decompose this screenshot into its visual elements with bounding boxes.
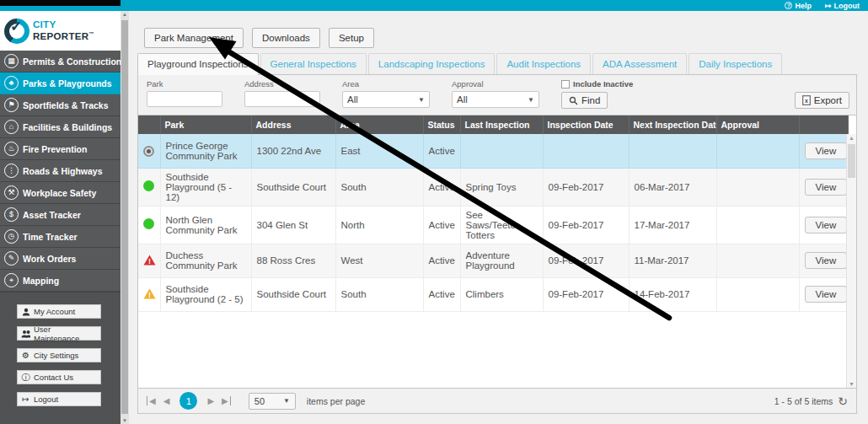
park-filter-input[interactable] (147, 91, 222, 107)
last-inspection-cell: See Saws/Teeter Totters (460, 206, 543, 244)
page-size-dropdown[interactable]: 50 ▼ (249, 393, 296, 410)
table-row[interactable]: North Glen Community Park304 Glen StNort… (138, 206, 848, 244)
refresh-icon[interactable]: ↻ (838, 395, 848, 407)
park-cell: Southside Playground (2 - 5) (160, 277, 251, 311)
column-header-area[interactable]: Area (335, 115, 423, 134)
logout-icon: ↦ (21, 394, 30, 404)
badge-icon: ⚒ (4, 185, 19, 200)
view-button[interactable]: View (805, 252, 848, 269)
grid-scrollbar-thumb[interactable] (848, 144, 855, 178)
column-header-inspection-date[interactable]: Inspection Date (543, 115, 629, 134)
tab-landscaping-inspections[interactable]: Landscaping Inspections (368, 53, 496, 74)
column-header-approval[interactable]: Approval (716, 115, 799, 134)
sidebar-button-city-settings[interactable]: ⚙City Settings (17, 348, 101, 362)
view-button[interactable]: View (805, 142, 848, 159)
work-order-icon: ✎ (4, 251, 19, 266)
logo-reporter: REPORTER (33, 31, 88, 41)
tab-general-inspections[interactable]: General Inspections (260, 53, 367, 74)
green-status-icon (143, 218, 154, 229)
sidebar-button-label: City Settings (34, 351, 78, 360)
page-number-button[interactable]: 1 (179, 392, 197, 410)
column-header-status[interactable]: Status (423, 115, 460, 134)
sidebar-item-facilities-buildings[interactable]: ⌂Facilities & Buildings (0, 116, 121, 138)
sidebar-item-time-tracker[interactable]: ◷Time Tracker (0, 226, 121, 248)
column-header-address[interactable]: Address (251, 115, 335, 134)
tab-audit-inspections[interactable]: Audit Inspections (496, 53, 591, 74)
include-inactive-checkbox[interactable] (561, 80, 570, 89)
last-inspection-cell: Climbers (460, 277, 543, 311)
help-icon: ? (785, 2, 792, 9)
info-icon: ⓘ (21, 372, 30, 384)
inspection-date-cell: 09-Feb-2017 (543, 244, 629, 277)
sidebar-item-permits-construction[interactable]: ▦Permits & Construction (0, 51, 121, 72)
grid-scrollbar[interactable]: ▲ ▼ (846, 134, 856, 388)
sidebar-button-user-maintenance[interactable]: User Maintenance (17, 326, 101, 341)
scroll-down-icon[interactable]: ▼ (121, 418, 129, 423)
sidebar-button-my-account[interactable]: My Account (17, 304, 101, 319)
sidebar-item-mapping[interactable]: ⌖Mapping (0, 270, 121, 292)
last-inspection-cell (460, 134, 543, 168)
sidebar-scrollbar-thumb[interactable] (121, 20, 128, 414)
clock-icon: ◷ (4, 229, 19, 244)
module-toolbar: Park ManagementDownloadsSetup (129, 11, 868, 48)
tab-ada-assessment[interactable]: ADA Assessment (592, 53, 687, 74)
previous-page-icon[interactable]: ◀ (162, 396, 172, 405)
sidebar-button-label: Logout (34, 394, 58, 404)
search-icon (569, 96, 578, 105)
export-button[interactable]: x Export (795, 92, 849, 109)
scroll-up-icon[interactable]: ▲ (121, 12, 129, 17)
sidebar-item-fire-prevention[interactable]: ♨Fire Prevention (0, 138, 121, 160)
view-button[interactable]: View (805, 179, 848, 196)
column-header-last-inspection[interactable]: Last Inspection (460, 115, 543, 134)
address-filter-input[interactable] (244, 91, 320, 107)
sidebar-scrollbar[interactable]: ▲ ▼ (121, 11, 129, 424)
sidebar-button-logout[interactable]: ↦Logout (17, 392, 101, 406)
next-page-icon[interactable]: ▶ (206, 396, 216, 405)
view-button[interactable]: View (805, 217, 848, 233)
address-cell: 88 Ross Cres (251, 244, 335, 277)
tab-playground-inspections[interactable]: Playground Inspections (137, 53, 259, 75)
column-header-park[interactable]: Park (160, 115, 251, 134)
view-button[interactable]: View (805, 286, 848, 303)
table-row[interactable]: !Duchess Community Park88 Ross CresWestA… (138, 244, 848, 277)
toolbar-button-park-management[interactable]: Park Management (144, 28, 244, 48)
logout-link[interactable]: ↦ Logout (825, 2, 860, 10)
tab-daily-inspections[interactable]: Daily Inspections (689, 53, 782, 74)
sidebar-footer-buttons: My AccountUser Maintenance⚙City Settings… (0, 304, 121, 406)
next-inspection-date-cell: 06-Mar-2017 (629, 168, 716, 206)
toolbar-button-downloads[interactable]: Downloads (252, 28, 320, 48)
sidebar-item-roads-highways[interactable]: ⋮Roads & Highways (0, 160, 121, 182)
sidebar-item-sportfields-tracks[interactable]: ⚑Sportfields & Tracks (0, 94, 121, 116)
sidebar-item-work-orders[interactable]: ✎Work Orders (0, 248, 121, 270)
address-cell: Southside Court (251, 277, 335, 311)
gear-icon: ⚙ (21, 351, 30, 360)
users-icon (21, 330, 30, 338)
park-cell: Prince George Community Park (160, 134, 251, 168)
area-dropdown-value: All (347, 94, 358, 105)
top-bar: ? Help ↦ Logout (0, 0, 868, 11)
logo-tm: ™ (88, 31, 94, 36)
approval-dropdown[interactable]: All ▼ (452, 91, 539, 108)
help-link[interactable]: ? Help (785, 2, 812, 10)
sidebar-item-asset-tracker[interactable]: $Asset Tracker (0, 204, 121, 226)
toolbar-button-setup[interactable]: Setup (329, 28, 374, 48)
column-header-next-inspection-date[interactable]: Next Inspection Date (629, 115, 716, 134)
gray-status-icon (143, 146, 154, 157)
sidebar-button-label: Contact Us (34, 373, 73, 382)
scroll-down-icon[interactable]: ▼ (847, 381, 856, 387)
sidebar-item-workplace-safety[interactable]: ⚒Workplace Safety (0, 182, 121, 204)
table-row[interactable]: Prince George Community Park1300 22nd Av… (138, 134, 848, 168)
find-button[interactable]: Find (561, 92, 608, 109)
first-page-icon[interactable]: ◀ (147, 396, 158, 405)
sidebar-item-parks-playgrounds[interactable]: ♣Parks & Playgrounds (0, 72, 121, 94)
inspection-tabstrip: Playground InspectionsGeneral Inspection… (137, 53, 857, 75)
table-row[interactable]: !Southside Playground (2 - 5)Southside C… (138, 277, 848, 311)
area-dropdown[interactable]: All ▼ (342, 91, 430, 108)
sidebar-button-contact-us[interactable]: ⓘContact Us (17, 370, 101, 384)
yellow-warning-icon: ! (143, 288, 156, 299)
logo-city: CITY (33, 19, 56, 30)
filter-bar: Park Address Area All ▼ Approval All ▼ (137, 75, 857, 115)
table-row[interactable]: Southside Playground (5 - 12)Southside C… (138, 168, 848, 206)
last-page-icon[interactable]: ▶ (220, 396, 231, 405)
scroll-up-icon[interactable]: ▲ (847, 135, 856, 141)
